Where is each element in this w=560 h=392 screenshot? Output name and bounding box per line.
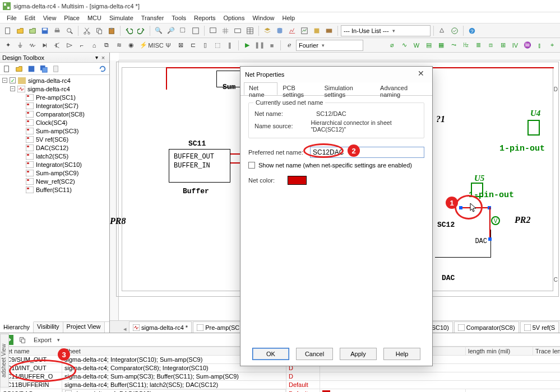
instr-spec-icon[interactable]: ⫿ [534, 40, 545, 51]
tree-sheet[interactable]: Pre-amp(SC1) [0, 93, 109, 101]
redo-icon[interactable] [136, 25, 147, 36]
place-cmos-icon[interactable]: ⌂ [89, 40, 100, 51]
tree-sheet[interactable]: Integrator(SC10) [0, 160, 109, 169]
new-file-icon[interactable] [2, 25, 13, 36]
interactive-icon[interactable]: ℯ [284, 40, 295, 51]
dt-saveall-icon[interactable] [38, 63, 49, 74]
save-icon[interactable] [39, 25, 50, 36]
wire[interactable] [489, 207, 490, 239]
design-tree[interactable]: − ✓ sigma-delta-rc4 − sigma-delta-rc4 Pr… [0, 75, 109, 321]
menu-help[interactable]: Help [279, 14, 299, 22]
net-color-swatch[interactable] [288, 176, 307, 185]
dt-new-icon[interactable] [1, 63, 12, 74]
run-icon[interactable]: ▶ [242, 40, 253, 51]
dt-close-icon[interactable] [50, 63, 62, 74]
tree-sheet[interactable]: Clock(SC4) [0, 118, 109, 127]
postproc-icon[interactable] [299, 25, 310, 36]
tab-scroll-left-icon[interactable]: ◂ [121, 325, 129, 333]
dialog-titlebar[interactable]: Net Properties ✕ [240, 67, 432, 82]
zoom-area-icon[interactable] [178, 25, 189, 36]
menu-tools[interactable]: Tools [168, 14, 189, 22]
voltage-probe-icon[interactable]: V [491, 216, 500, 225]
instr-multimeter-icon[interactable]: ⌀ [386, 40, 397, 51]
col-lenmax[interactable]: Trace length max (mil) [533, 347, 561, 356]
place-analog-icon[interactable] [64, 40, 75, 51]
tab-visibility[interactable]: Visibility [34, 322, 63, 333]
ok-button[interactable]: OK [252, 348, 289, 360]
erc-icon[interactable] [449, 25, 460, 36]
place-misc2-icon[interactable]: MISC [150, 40, 161, 51]
pause-icon[interactable]: ❚❚ [254, 40, 265, 51]
print-icon[interactable] [52, 25, 63, 36]
place-basic-icon[interactable] [27, 40, 38, 51]
stop-icon[interactable]: ■ [266, 40, 277, 51]
place-transistor-icon[interactable] [52, 40, 63, 51]
copy-results-icon[interactable] [17, 334, 28, 346]
tree-root[interactable]: − ✓ sigma-delta-rc4 [0, 76, 109, 85]
dt-refresh-icon[interactable] [97, 63, 108, 74]
instr-wordgen-icon[interactable]: ≣ [473, 40, 484, 51]
cancel-button[interactable]: Cancel [296, 348, 333, 360]
paste-icon[interactable] [106, 25, 117, 36]
table-row[interactable]: SC12/DACsigma-delta-rc4; DAC(SC12)Defaul… [1, 389, 561, 393]
graph-icon[interactable] [286, 25, 298, 36]
tab-advanced[interactable]: Advanced naming [375, 82, 429, 95]
tree-expander-icon[interactable]: − [10, 86, 15, 91]
tree-sheet[interactable]: Integrator(SC7) [0, 101, 109, 110]
selection-handle[interactable] [488, 237, 492, 241]
instr-freq-icon[interactable]: ㎐ [460, 40, 471, 51]
menu-mcu[interactable]: MCU [84, 14, 105, 22]
tree-expander-icon[interactable]: − [2, 78, 7, 83]
help-icon[interactable]: ? [466, 25, 478, 36]
tab-hierarchy[interactable]: Hierarchy [0, 321, 34, 333]
undo-icon[interactable] [123, 25, 135, 36]
instr-funcgen-icon[interactable]: ∿ [399, 40, 410, 51]
tab-sim[interactable]: Simulation settings [319, 82, 375, 95]
tree-sheet[interactable]: DAC(SC12) [0, 143, 109, 152]
place-rf-icon[interactable]: Ψ [163, 40, 174, 51]
dt-open-icon[interactable] [13, 63, 25, 74]
col-lenmin[interactable]: length min (mil) [466, 347, 533, 356]
doc-tab[interactable]: sigma-delta-rc4 * [129, 321, 192, 333]
tree-sheet[interactable]: Sum-amp(SC9) [0, 169, 109, 177]
dt-save-icon[interactable] [26, 63, 37, 74]
tab-netname[interactable]: Net name [244, 82, 277, 95]
zoom-out-icon[interactable]: 🔎 [165, 25, 177, 36]
doc-tabs-icon[interactable] [232, 25, 243, 36]
toggle-grid-icon[interactable] [220, 25, 231, 36]
menu-transfer[interactable]: Transfer [138, 14, 168, 22]
open-example-icon[interactable] [27, 25, 38, 36]
tree-sheet[interactable]: New_ref(SC2) [0, 177, 109, 185]
tab-pcb[interactable]: PCB settings [277, 82, 319, 95]
place-misc-icon[interactable]: ⧉ [101, 40, 112, 51]
buffer-block[interactable]: BUFFER_OUT BUFFER_IN [169, 149, 230, 183]
checkbox-icon[interactable] [248, 162, 255, 169]
instr-wattmeter-icon[interactable]: W [411, 40, 422, 51]
tree-sheet[interactable]: latch2(SC5) [0, 152, 109, 160]
instr-4ch-scope-icon[interactable]: ▦ [436, 40, 447, 51]
fullscreen-icon[interactable] [207, 25, 219, 36]
analysis-combo[interactable]: Fourier ▾ [296, 40, 363, 51]
sc12-block[interactable]: DAC [435, 230, 491, 258]
table-row[interactable]: SC11/BUFFER_Osigma-delta-rc4; Sum-amp(SC… [1, 372, 561, 381]
tree-sheet[interactable]: Comparator(SC8) [0, 110, 109, 118]
tree-sheet[interactable]: Buffer(SC11) [0, 185, 109, 194]
tree-design[interactable]: − sigma-delta-rc4 [0, 85, 109, 93]
place-mcu-icon[interactable]: ▯ [200, 40, 211, 51]
help-button[interactable]: Help [383, 348, 420, 360]
instr-bode-icon[interactable]: ⤳ [448, 40, 459, 51]
export-label[interactable]: Export [31, 337, 54, 343]
parent-sheet-icon[interactable] [311, 25, 322, 36]
place-diode-icon[interactable] [39, 40, 50, 51]
instr-iv-icon[interactable]: IV [510, 40, 521, 51]
find-icon[interactable] [437, 25, 448, 36]
place-hier-icon[interactable]: ⬚ [212, 40, 223, 51]
wire[interactable] [230, 162, 240, 164]
spreadsheet-icon[interactable] [244, 25, 256, 36]
place-power-icon[interactable]: ⚡ [138, 40, 149, 51]
doc-tab[interactable]: 5V ref(S [520, 321, 559, 333]
u4-component[interactable] [527, 120, 540, 136]
table-row[interactable]: SC11BUFFERINsigma-delta-rc4; Buffer(SC11… [1, 381, 561, 389]
tree-sheet[interactable]: Sum-amp(SC3) [0, 127, 109, 135]
instr-net-icon[interactable]: ⌖ [547, 40, 558, 51]
